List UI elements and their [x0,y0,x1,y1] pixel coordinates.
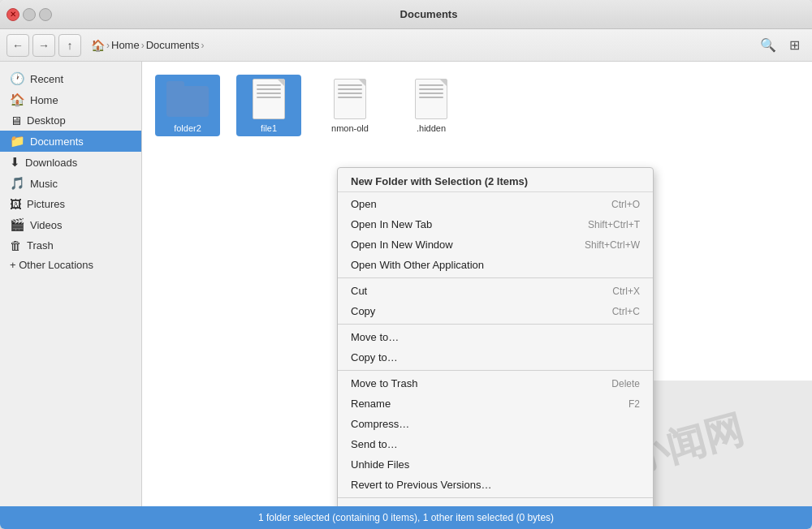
ctx-copy-to[interactable]: Copy to… [338,347,653,368]
sidebar-label-music: Music [30,178,58,190]
ctx-copy[interactable]: Copy Ctrl+C [338,301,653,321]
nmon-old-name: nmon-old [331,123,369,133]
ctx-trash-shortcut: Delete [611,378,640,389]
ctx-sep2 [338,324,653,325]
folder2-name: folder2 [174,123,201,133]
ctx-copy-label: Copy [351,305,375,317]
context-menu-header: New Folder with Selection (2 Items) [338,171,653,192]
ctx-open-other-label: Open With Other Application [351,259,484,271]
desktop-icon: 🖥 [10,114,22,127]
folder-body [166,86,209,117]
ctx-send-to-label: Send to… [351,438,398,450]
ctx-properties[interactable]: Properties Ctrl+I [338,501,653,506]
file1-icon [248,78,290,120]
ctx-open-window-label: Open In New Window [351,239,453,251]
music-icon: 🎵 [10,176,25,191]
videos-icon: 🎬 [10,217,25,232]
ctx-open-other[interactable]: Open With Other Application [338,255,653,275]
sidebar-item-trash[interactable]: 🗑 Trash [0,235,141,256]
sidebar-item-videos[interactable]: 🎬 Videos [0,214,141,235]
file-area[interactable]: folder2 file1 [142,62,812,506]
ctx-rename[interactable]: Rename F2 [338,394,653,414]
ctx-unhide-label: Unhide Files [351,458,409,471]
trash-icon: 🗑 [10,239,22,252]
home-icon: 🏠 [91,39,105,52]
view-toggle-button[interactable]: ⊞ [783,34,806,57]
sidebar-label-desktop: Desktop [27,114,66,127]
hidden-name: .hidden [417,123,446,133]
nmon-icon [329,78,371,120]
sidebar-label-downloads: Downloads [25,157,77,169]
ctx-open-tab-shortcut: Shift+Ctrl+T [588,219,640,230]
ctx-sep4 [338,497,653,498]
file-item-nmon-old[interactable]: nmon-old [317,75,382,136]
pictures-icon: 🖼 [10,197,22,211]
breadcrumb-documents[interactable]: Documents [146,39,200,51]
titlebar: ✕ Documents [0,0,812,29]
file-grid: folder2 file1 [155,75,799,136]
ctx-open-tab-label: Open In New Tab [351,218,432,230]
doc-shape [253,79,285,119]
ctx-rename-label: Rename [351,398,391,410]
ctx-move-to[interactable]: Move to… [338,327,653,347]
file-item-folder2[interactable]: folder2 [155,75,220,136]
file-item-hidden[interactable]: .hidden [399,75,464,136]
sidebar-label-pictures: Pictures [27,198,65,210]
ctx-sep1 [338,277,653,278]
sidebar-other-label: + Other Locations [10,259,93,271]
sidebar-item-desktop[interactable]: 🖥 Desktop [0,110,141,131]
breadcrumb-sep1: › [106,40,110,51]
sidebar-item-home[interactable]: 🏠 Home [0,89,141,110]
ctx-unhide[interactable]: Unhide Files [338,454,653,475]
ctx-trash[interactable]: Move to Trash Delete [338,373,653,394]
sidebar-item-downloads[interactable]: ⬇ Downloads [0,152,141,173]
breadcrumb: 🏠 › Home › Documents › [91,39,747,52]
home-icon: 🏠 [10,92,25,107]
sidebar-label-documents: Documents [30,135,84,148]
back-button[interactable]: ← [6,34,29,57]
up-button[interactable]: ↑ [58,34,81,57]
sidebar-item-documents[interactable]: 📁 Documents [0,131,141,152]
ctx-copy-shortcut: Ctrl+C [612,306,640,317]
toolbar: ← → ↑ 🏠 › Home › Documents › 🔍 ⊞ [0,29,812,62]
ctx-open-window[interactable]: Open In New Window Shift+Ctrl+W [338,234,653,255]
sidebar-item-pictures[interactable]: 🖼 Pictures [0,194,141,214]
recent-icon: 🕐 [10,71,25,86]
sidebar-other-locations[interactable]: + Other Locations [0,256,141,274]
forward-button[interactable]: → [32,34,55,57]
breadcrumb-home[interactable]: Home [111,39,140,51]
maximize-button[interactable] [39,8,52,21]
file-item-file1[interactable]: file1 [236,75,301,136]
ctx-compress[interactable]: Compress… [338,414,653,434]
main-area: 🕐 Recent 🏠 Home 🖥 Desktop 📁 Documents ⬇ … [0,62,812,506]
search-button[interactable]: 🔍 [757,34,780,57]
toolbar-right: 🔍 ⊞ [757,34,806,57]
statusbar-text: 1 folder selected (containing 0 items), … [258,512,554,523]
statusbar: 1 folder selected (containing 0 items), … [0,506,812,529]
ctx-send-to[interactable]: Send to… [338,434,653,454]
ctx-open[interactable]: Open Ctrl+O [338,194,653,214]
ctx-properties-shortcut: Ctrl+I [616,505,640,507]
ctx-move-to-label: Move to… [351,331,399,343]
ctx-open-tab[interactable]: Open In New Tab Shift+Ctrl+T [338,214,653,234]
ctx-properties-label: Properties [351,505,399,506]
sidebar-item-music[interactable]: 🎵 Music [0,173,141,194]
ctx-rename-shortcut: F2 [628,398,640,410]
ctx-compress-label: Compress… [351,418,409,430]
sidebar-label-home: Home [30,94,58,106]
ctx-open-shortcut: Ctrl+O [611,199,640,210]
close-button[interactable]: ✕ [6,8,19,21]
hidden-icon [410,78,452,120]
ctx-cut-label: Cut [351,285,367,297]
ctx-revert[interactable]: Revert to Previous Versions… [338,475,653,495]
downloads-icon: ⬇ [10,155,20,170]
ctx-sep3 [338,370,653,371]
documents-icon: 📁 [10,134,25,148]
window-title: Documents [52,8,806,20]
sidebar-item-recent[interactable]: 🕐 Recent [0,68,141,89]
minimize-button[interactable] [23,8,36,21]
ctx-cut[interactable]: Cut Ctrl+X [338,281,653,301]
sidebar-label-videos: Videos [30,219,63,231]
sidebar-label-trash: Trash [27,239,54,252]
ctx-cut-shortcut: Ctrl+X [612,286,640,297]
